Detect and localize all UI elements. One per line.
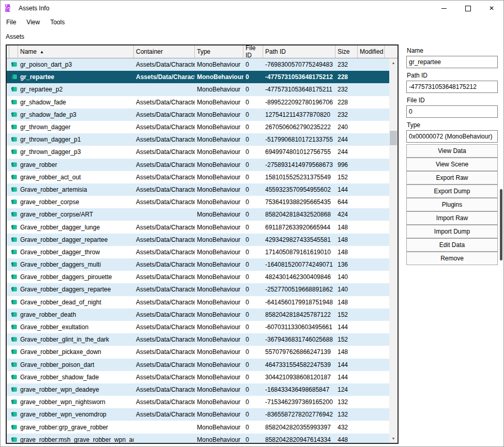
script-asset-icon [9, 61, 18, 68]
table-row[interactable]: Grave_robber_shadow_fadeAssets/Data/Char… [7, 371, 389, 383]
cell-name: Grave_robber_poison_dart [18, 361, 134, 368]
cell-size: 132 [335, 398, 358, 406]
table-row[interactable]: Grave_robber_dagger_lungeAssets/Data/Cha… [7, 221, 389, 233]
cell-container: Assets/Data/Characte [134, 73, 195, 81]
table-row[interactable]: grave_robber_wpn_deadeyeAssets/Data/Char… [7, 383, 389, 396]
cell-path-id: 6949974801012756755 [263, 148, 335, 156]
header-size[interactable]: Size [335, 45, 358, 58]
script-asset-icon [9, 186, 18, 193]
minimize-icon [441, 8, 447, 9]
close-icon: ✕ [489, 5, 494, 12]
scroll-up-icon[interactable]: ▲ [389, 58, 398, 67]
table-row[interactable]: gr_thrown_daggerAssets/Data/CharacteMono… [7, 121, 389, 133]
header-name[interactable]: Name▲ [18, 45, 134, 58]
export-raw-button[interactable]: Export Raw [406, 171, 498, 184]
table-row[interactable]: Grave_robber_exultationAssets/Data/Chara… [7, 321, 389, 333]
table-row[interactable]: gr_shadow_fade_p3Assets/Data/CharacteMon… [7, 109, 389, 121]
menu-file[interactable]: File [5, 18, 18, 27]
table-row[interactable]: grave_robber_corpseAssets/Data/CharacteM… [7, 196, 389, 208]
cell-size: 228 [335, 73, 358, 81]
script-asset-icon [9, 198, 18, 206]
type-field-label: Type [407, 121, 497, 129]
cell-name: grave_robber_wpn_deadeye [18, 386, 134, 393]
minimize-button[interactable] [432, 1, 456, 16]
cell-path-id: 4647331554582247539 [263, 361, 335, 368]
script-asset-icon [9, 148, 18, 156]
table-row[interactable]: Grave_robber_pickaxe_downAssets/Data/Cha… [7, 346, 389, 358]
path-id-field[interactable] [406, 81, 498, 93]
header-modified[interactable]: Modified [358, 45, 385, 58]
table-row[interactable]: grave_robber_deathAssets/Data/CharacteMo… [7, 309, 389, 321]
table-row[interactable]: grave_robber:grp_grave_robberMonoBehavio… [7, 421, 389, 433]
view-data-button[interactable]: View Data [406, 144, 498, 158]
table-row[interactable]: Grave_robber_daggers_pirouetteAssets/Dat… [7, 271, 389, 283]
cell-size: 148 [335, 249, 358, 256]
header-file-id[interactable]: File ID [243, 45, 263, 58]
table-row[interactable]: grave_robber_act_outAssets/Data/Characte… [7, 171, 389, 183]
header-type[interactable]: Type [195, 45, 243, 58]
header-container[interactable]: Container [134, 45, 195, 58]
cell-container: Assets/Data/Characte [134, 348, 195, 356]
script-asset-icon [9, 311, 18, 318]
table-row[interactable]: Grave_robber_dagger_reparteeAssets/Data/… [7, 234, 389, 246]
table-row[interactable]: Grave_robber_dead_of_nightAssets/Data/Ch… [7, 296, 389, 309]
assets-section-label: Assets [6, 33, 24, 40]
cell-path-id: 8582042818432520868 [263, 211, 335, 218]
cell-file-id: 0 [243, 99, 263, 106]
table-row[interactable]: Grave_robber_poison_dartAssets/Data/Char… [7, 359, 389, 371]
table-row[interactable]: Grave_robber_glint_in_the_darkAssets/Dat… [7, 333, 389, 346]
menu-view[interactable]: View [25, 18, 41, 27]
table-row[interactable]: grave_robberAssets/Data/CharacteMonoBeha… [7, 159, 389, 171]
panel-buttons: View DataView SceneExport RawExport Dump… [406, 144, 498, 265]
cell-size: 136 [335, 261, 358, 268]
file-id-field[interactable] [406, 105, 498, 118]
cell-file-id: 0 [243, 111, 263, 118]
plugins-button[interactable]: Plugins [406, 198, 498, 211]
table-row[interactable]: gr_thrown_dagger_p1Assets/Data/CharacteM… [7, 133, 389, 146]
scroll-down-icon[interactable]: ▼ [389, 434, 398, 443]
table-row[interactable]: gr_shadow_fadeAssets/Data/CharacteMonoBe… [7, 96, 389, 109]
cell-path-id: 1581015525231375549 [263, 174, 335, 181]
name-field[interactable] [406, 56, 498, 68]
table-row[interactable]: grave_robber_wpn_venomdropAssets/Data/Ch… [7, 408, 389, 421]
cell-type: MonoBehaviour [195, 424, 243, 431]
right-edge-scrollbar-thumb[interactable] [500, 189, 502, 260]
import-raw-button[interactable]: Import Raw [406, 211, 498, 225]
table-row[interactable]: Grave_robber_daggers_reparteeAssets/Data… [7, 283, 389, 296]
header-filler [385, 45, 398, 58]
header-path-id[interactable]: Path ID [263, 45, 335, 58]
remove-button[interactable]: Remove [406, 252, 498, 265]
cell-size: 144 [335, 374, 358, 381]
table-vertical-scrollbar[interactable]: ▲ ▼ [389, 58, 398, 443]
script-asset-icon [9, 348, 18, 356]
table-row[interactable]: gr_poison_dart_p3Assets/Data/CharacteMon… [7, 58, 389, 71]
asset-detail-panel: Name Path ID File ID Type View DataView … [406, 44, 498, 265]
table-row[interactable]: gr_repartee_p2MonoBehaviour0-47757310536… [7, 83, 389, 96]
cell-path-id: -6070311330603495661 [263, 323, 335, 331]
edit-data-button[interactable]: Edit Data [406, 238, 498, 252]
cell-path-id: 4293429827433545581 [263, 236, 335, 243]
header-icon-column[interactable] [9, 45, 18, 58]
table-row[interactable]: gr_thrown_dagger_p3Assets/Data/CharacteM… [7, 146, 389, 158]
type-field[interactable] [406, 130, 498, 143]
maximize-button[interactable] [456, 1, 480, 16]
close-button[interactable]: ✕ [480, 1, 503, 16]
cell-size: 148 [335, 224, 358, 231]
cell-container: Assets/Data/Characte [134, 236, 195, 243]
cell-size: 244 [335, 148, 358, 156]
menu-tools[interactable]: Tools [49, 18, 66, 27]
table-row[interactable]: gr_reparteeAssets/Data/CharacteMonoBehav… [7, 71, 389, 83]
view-scene-button[interactable]: View Scene [406, 158, 498, 171]
scrollbar-thumb[interactable] [390, 131, 397, 145]
table-row[interactable]: Grave_robber_daggers_multiAssets/Data/Ch… [7, 258, 389, 271]
import-dump-button[interactable]: Import Dump [406, 225, 498, 238]
table-row[interactable]: grave_robber_corpse/ARTMonoBehaviour0858… [7, 208, 389, 221]
table-row[interactable]: grave_robber:msh_grave_robber_wpn_acMono… [7, 434, 389, 443]
table-row[interactable]: Grave_robber_artemisiaAssets/Data/Charac… [7, 183, 389, 196]
table-row[interactable]: Grave_robber_dagger_throwAssets/Data/Cha… [7, 246, 389, 258]
cell-size: 148 [335, 236, 358, 243]
cell-size: 432 [335, 424, 358, 431]
export-dump-button[interactable]: Export Dump [406, 184, 498, 198]
script-asset-icon [9, 273, 18, 281]
table-row[interactable]: grave_robber_wpn_nightswornAssets/Data/C… [7, 396, 389, 408]
